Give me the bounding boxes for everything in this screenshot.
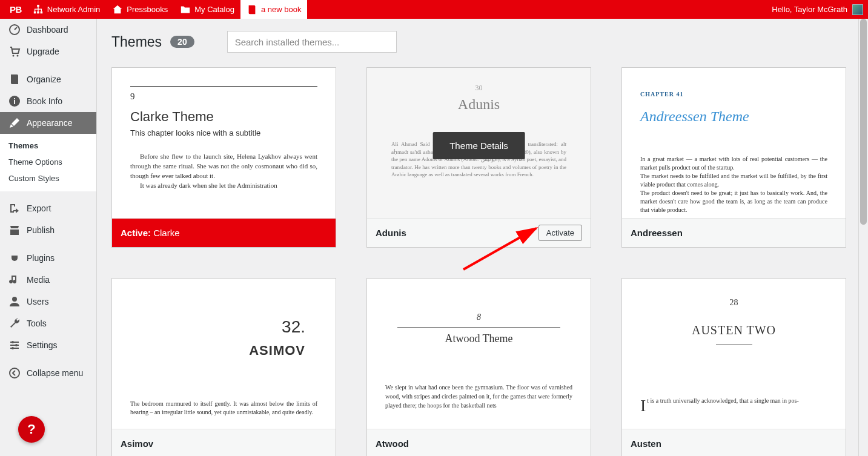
search-input[interactable] <box>227 31 397 53</box>
theme-footer: Active: Clarke <box>112 218 336 247</box>
user-greeting[interactable]: Hello, Taylor McGrath <box>772 5 847 14</box>
theme-card-asimov[interactable]: 32. ASIMOV The bedroom murmured to itsel… <box>111 278 336 456</box>
menu-settings[interactable]: Settings <box>0 334 96 356</box>
menu-label: Export <box>27 203 51 213</box>
theme-footer: Adunis Activate <box>367 218 591 247</box>
preview-paragraph: It is a truth universally acknowledged, … <box>640 397 827 404</box>
theme-name: Active: Clarke <box>121 228 180 238</box>
topbar-pressbooks[interactable]: Pressbooks <box>106 0 174 19</box>
theme-card-andreessen[interactable]: CHAPTER 41 Andreessen Theme In a great m… <box>621 67 846 248</box>
theme-footer: Austen <box>622 429 846 456</box>
shop-icon <box>8 224 21 236</box>
folder-icon <box>180 4 191 15</box>
svg-rect-2 <box>37 11 39 13</box>
theme-preview: 32. ASIMOV The bedroom murmured to itsel… <box>112 279 336 429</box>
theme-card-austen[interactable]: 28 AUSTEN TWO It is a truth universally … <box>621 278 846 456</box>
topbar-item-label: a new book <box>261 5 302 14</box>
page-title: Themes <box>111 34 162 50</box>
menu-label: Collapse menu <box>27 368 83 378</box>
main-content: Themes 20 9 Clarke Theme This chapter lo… <box>97 19 858 456</box>
topbar-network-admin[interactable]: Network Admin <box>27 0 106 19</box>
topbar-item-label: Pressbooks <box>127 5 168 14</box>
menu-book-info[interactable]: Book Info <box>0 90 96 112</box>
scrollbar[interactable] <box>858 19 868 456</box>
help-button[interactable]: ? <box>18 416 45 443</box>
menu-users[interactable]: Users <box>0 291 96 312</box>
theme-preview: 9 Clarke Theme This chapter looks nice w… <box>112 68 336 218</box>
preview-title: Andreessen Theme <box>640 108 827 125</box>
submenu-themes[interactable]: Themes <box>0 137 96 154</box>
svg-point-12 <box>15 344 18 346</box>
preview-title: AUSTEN TWO <box>640 323 827 337</box>
menu-label: Book Info <box>27 96 62 106</box>
theme-count-badge: 20 <box>170 36 194 48</box>
page-header: Themes 20 <box>111 31 844 53</box>
export-icon <box>8 202 21 214</box>
preview-chapter-number: 8 <box>385 312 572 322</box>
preview-chapter-number: 32. <box>130 317 305 337</box>
svg-rect-3 <box>40 11 42 13</box>
menu-label: Appearance <box>27 118 73 128</box>
theme-details-button[interactable]: Theme Details <box>432 132 525 159</box>
menu-label: Upgrade <box>27 47 59 56</box>
menu-dashboard[interactable]: Dashboard <box>0 19 96 41</box>
menu-publish[interactable]: Publish <box>0 219 96 241</box>
svg-point-6 <box>17 55 19 57</box>
activate-button[interactable]: Activate <box>538 225 582 241</box>
preview-paragraph: The market needs to be fulfilled and the… <box>640 172 827 189</box>
media-icon <box>8 274 21 286</box>
avatar[interactable] <box>852 4 863 15</box>
menu-label: Media <box>27 275 50 285</box>
theme-preview: 30 Adunis Ali Ahmad Said Esber (Arabic: … <box>367 68 591 218</box>
preview-title: ASIMOV <box>130 343 305 359</box>
sliders-icon <box>8 339 21 351</box>
pressbooks-logo[interactable]: PB <box>5 0 27 19</box>
theme-name: Austen <box>631 438 661 449</box>
preview-title: Atwood Theme <box>385 332 572 345</box>
preview-chapter-label: CHAPTER 41 <box>640 91 827 97</box>
submenu-custom-styles[interactable]: Custom Styles <box>0 170 96 187</box>
theme-footer: Atwood <box>367 429 591 456</box>
topbar-current-book[interactable]: a new book <box>240 0 308 19</box>
home-icon <box>112 4 123 15</box>
submenu-theme-options[interactable]: Theme Options <box>0 154 96 170</box>
svg-point-13 <box>12 347 14 349</box>
sitemap-icon <box>33 4 44 15</box>
theme-footer: Andreessen <box>622 218 846 247</box>
plug-icon <box>8 252 21 264</box>
topbar-my-catalog[interactable]: My Catalog <box>174 0 240 19</box>
menu-organize[interactable]: Organize <box>0 68 96 90</box>
theme-preview: CHAPTER 41 Andreessen Theme In a great m… <box>622 68 846 218</box>
theme-card-atwood[interactable]: 8 Atwood Theme We slept in what had once… <box>366 278 591 456</box>
preview-subtitle: This chapter looks nice with a subtitle <box>130 128 317 137</box>
menu-plugins[interactable]: Plugins <box>0 247 96 269</box>
svg-rect-9 <box>14 98 15 99</box>
menu-separator <box>0 191 96 197</box>
preview-chapter-number: 28 <box>640 298 827 308</box>
menu-tools[interactable]: Tools <box>0 312 96 334</box>
menu-upgrade[interactable]: Upgrade <box>0 41 96 62</box>
preview-paragraph: It was already dark when she let the Adm… <box>130 181 317 191</box>
menu-label: Dashboard <box>27 25 68 35</box>
preview-chapter-number: 9 <box>130 91 317 102</box>
theme-card-adunis[interactable]: 30 Adunis Ali Ahmad Said Esber (Arabic: … <box>366 67 591 248</box>
admin-topbar: PB Network Admin Pressbooks My Catalog a… <box>0 0 868 19</box>
themes-grid: 9 Clarke Theme This chapter looks nice w… <box>111 67 844 456</box>
menu-export[interactable]: Export <box>0 197 96 219</box>
preview-title: Clarke Theme <box>130 109 317 125</box>
menu-label: Settings <box>27 340 58 350</box>
theme-card-clarke[interactable]: 9 Clarke Theme This chapter looks nice w… <box>111 67 336 248</box>
svg-point-10 <box>12 297 17 302</box>
theme-preview: 8 Atwood Theme We slept in what had once… <box>367 279 591 429</box>
menu-media[interactable]: Media <box>0 269 96 291</box>
menu-appearance[interactable]: Appearance <box>0 112 96 134</box>
book-icon <box>247 4 257 15</box>
menu-collapse[interactable]: Collapse menu <box>0 362 96 384</box>
menu-label: Publish <box>27 225 55 235</box>
info-icon <box>8 95 21 107</box>
svg-rect-0 <box>37 4 39 7</box>
admin-sidebar: Dashboard Upgrade Organize Book Info App… <box>0 19 97 456</box>
scrollbar-thumb[interactable] <box>860 19 867 225</box>
gauge-icon <box>8 24 21 36</box>
svg-point-11 <box>12 341 14 343</box>
